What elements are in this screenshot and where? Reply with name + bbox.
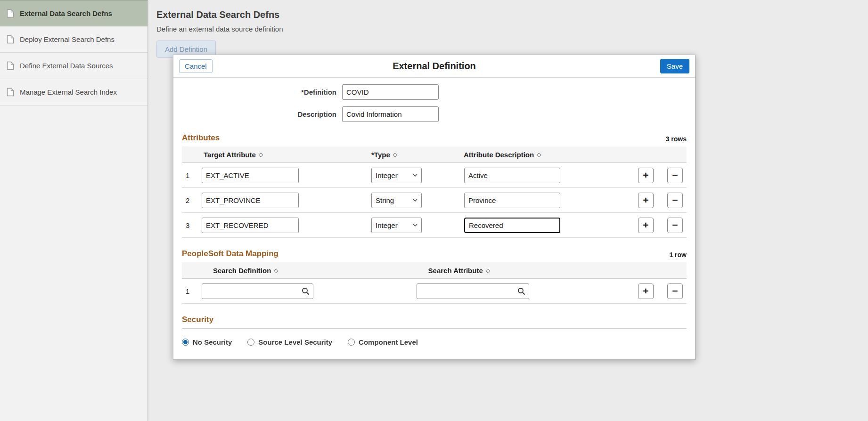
sort-icon: ◇ <box>274 267 278 274</box>
attributes-row-count: 3 rows <box>666 135 687 143</box>
sidebar-item-label: Manage External Search Index <box>20 88 117 96</box>
radio-no-security[interactable]: No Security <box>182 338 232 346</box>
security-heading: Security <box>182 315 213 324</box>
mapping-heading: PeopleSoft Data Mapping <box>182 249 278 259</box>
sort-icon: ◇ <box>259 151 263 158</box>
sidebar-item-label: Deploy External Search Defns <box>20 35 115 43</box>
type-select[interactable]: Integer <box>371 218 422 233</box>
definition-field-row: *Definition <box>182 84 687 100</box>
sidebar-item-manage-external-search-index[interactable]: Manage External Search Index <box>0 79 147 105</box>
radio-icon <box>247 339 254 346</box>
document-icon <box>7 9 14 18</box>
definition-label: *Definition <box>182 88 342 96</box>
sort-icon: ◇ <box>537 151 541 158</box>
add-row-button[interactable]: + <box>638 193 654 208</box>
sidebar-item-deploy-external-search-defns[interactable]: Deploy External Search Defns <box>0 26 147 53</box>
document-icon <box>7 35 14 44</box>
security-options: No Security Source Level Security Compon… <box>182 338 687 346</box>
page-title: External Data Search Defns <box>156 9 868 20</box>
security-section-header: Security <box>182 315 687 324</box>
description-label: Description <box>182 110 342 118</box>
add-row-button[interactable]: + <box>638 283 654 299</box>
external-definition-modal: Cancel External Definition Save *Definit… <box>173 55 696 360</box>
modal-title: External Definition <box>173 61 695 72</box>
document-icon <box>7 61 14 70</box>
page-subtitle: Define an external data source definitio… <box>156 25 868 33</box>
attribute-description-input[interactable] <box>464 218 560 233</box>
attribute-row: 3 Integer + − <box>182 213 687 238</box>
remove-row-button[interactable]: − <box>667 218 683 233</box>
document-icon <box>7 88 14 97</box>
attribute-description-input[interactable] <box>464 168 560 183</box>
add-row-button[interactable]: + <box>638 218 654 233</box>
attributes-section-header: Attributes 3 rows <box>182 133 687 143</box>
radio-icon <box>182 339 189 346</box>
remove-row-button[interactable]: − <box>667 168 683 183</box>
sidebar: External Data Search Defns Deploy Extern… <box>0 0 148 421</box>
search-icon[interactable] <box>517 287 525 295</box>
definition-input[interactable] <box>342 84 439 100</box>
mapping-table-header: Search Definition ◇ Search Attribute ◇ <box>182 262 687 279</box>
save-button[interactable]: Save <box>660 59 689 73</box>
sort-icon: ◇ <box>393 151 397 158</box>
row-number: 3 <box>186 221 202 229</box>
type-column-header[interactable]: *Type ◇ <box>371 151 422 159</box>
mapping-row-count: 1 row <box>669 251 687 259</box>
chevron-down-icon <box>413 199 418 202</box>
mapping-row: 1 + − <box>182 279 687 304</box>
sidebar-item-define-external-data-sources[interactable]: Define External Data Sources <box>0 53 147 79</box>
target-attribute-input[interactable] <box>202 218 299 233</box>
cancel-button[interactable]: Cancel <box>179 59 213 73</box>
attributes-table: Target Attribute ◇ *Type ◇ Attribute Des… <box>182 146 687 238</box>
sort-icon: ◇ <box>486 267 490 274</box>
sidebar-item-label: Define External Data Sources <box>20 62 113 70</box>
radio-icon <box>348 339 355 346</box>
row-number: 1 <box>186 287 202 295</box>
sidebar-item-external-data-search-defns[interactable]: External Data Search Defns <box>0 0 147 26</box>
attributes-heading: Attributes <box>182 133 220 143</box>
radio-component-level[interactable]: Component Level <box>348 338 418 346</box>
add-row-button[interactable]: + <box>638 168 654 183</box>
search-icon[interactable] <box>302 287 310 295</box>
chevron-down-icon <box>413 224 418 227</box>
type-select[interactable]: String <box>371 193 422 208</box>
search-definition-input[interactable] <box>202 283 313 299</box>
remove-row-button[interactable]: − <box>667 193 683 208</box>
description-field-row: Description <box>182 106 687 122</box>
attribute-row: 2 String + − <box>182 188 687 213</box>
row-number: 2 <box>186 196 202 204</box>
search-attribute-input[interactable] <box>417 283 529 299</box>
description-input[interactable] <box>342 106 439 122</box>
radio-source-level-security[interactable]: Source Level Security <box>247 338 332 346</box>
chevron-down-icon <box>413 174 418 177</box>
search-definition-column-header[interactable]: Search Definition ◇ <box>213 267 278 275</box>
modal-header: Cancel External Definition Save <box>173 55 695 78</box>
attribute-description-column-header[interactable]: Attribute Description ◇ <box>464 151 541 159</box>
target-attribute-input[interactable] <box>202 193 299 208</box>
target-attribute-input[interactable] <box>202 168 299 183</box>
security-divider <box>182 328 687 329</box>
mapping-table: Search Definition ◇ Search Attribute ◇ 1 <box>182 262 687 304</box>
search-attribute-column-header[interactable]: Search Attribute ◇ <box>428 267 490 275</box>
attribute-description-input[interactable] <box>464 193 560 208</box>
type-select[interactable]: Integer <box>371 168 422 183</box>
mapping-section-header: PeopleSoft Data Mapping 1 row <box>182 249 687 259</box>
target-attribute-column-header[interactable]: Target Attribute ◇ <box>204 151 301 159</box>
row-number: 1 <box>186 171 202 179</box>
remove-row-button[interactable]: − <box>667 283 683 299</box>
sidebar-item-label: External Data Search Defns <box>20 9 112 17</box>
attribute-row: 1 Integer + − <box>182 163 687 188</box>
attributes-table-header: Target Attribute ◇ *Type ◇ Attribute Des… <box>182 146 687 163</box>
